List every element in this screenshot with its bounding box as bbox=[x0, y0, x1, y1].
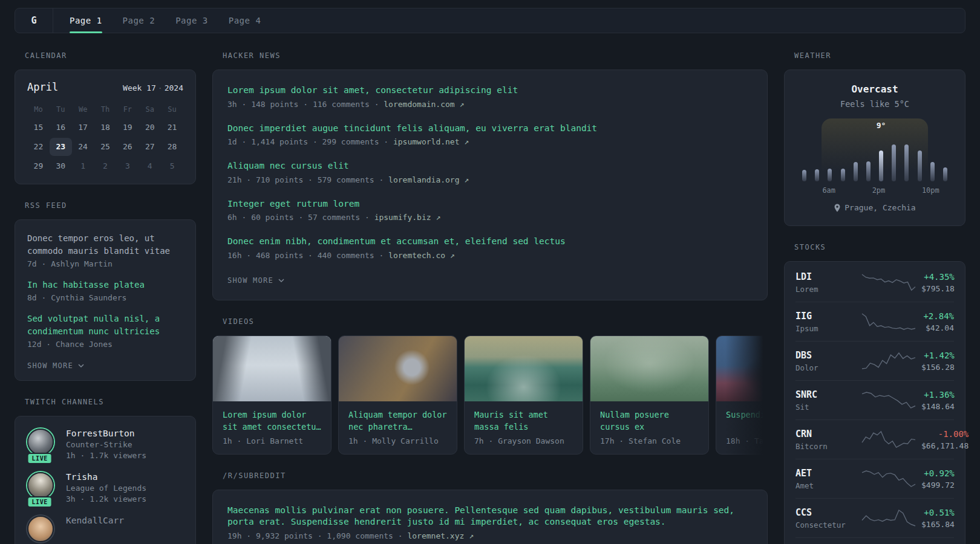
hn-item-title[interactable]: Integer eget rutrum lorem bbox=[227, 198, 753, 210]
video-thumbnail[interactable] bbox=[465, 336, 583, 401]
video-meta: 1h · Molly Carrillo bbox=[348, 436, 447, 445]
hn-item-domain-link[interactable]: loremlandia.org ↗ bbox=[388, 175, 469, 184]
calendar-year: 2024 bbox=[165, 83, 183, 92]
video-thumbnail[interactable] bbox=[590, 336, 708, 401]
twitch-channel-row[interactable]: KendallCarr bbox=[27, 516, 183, 542]
video-title[interactable]: Suspendisse diam bbox=[726, 409, 768, 433]
tab-page-3[interactable]: Page 3 bbox=[175, 8, 208, 33]
external-link-icon: ↗ bbox=[464, 175, 469, 184]
videos-section: VIDEOS Lorem ipsum dolor sit amet consec… bbox=[212, 317, 768, 455]
rss-show-more-button[interactable]: SHOW MORE bbox=[27, 361, 85, 370]
stock-change: +4.35% bbox=[921, 272, 955, 282]
calendar-day: 1 bbox=[72, 157, 94, 175]
videos-row: Lorem ipsum dolor sit amet consectetu… 1… bbox=[212, 335, 768, 455]
calendar-day: 26 bbox=[116, 138, 139, 156]
external-link-icon: ↗ bbox=[436, 213, 440, 222]
reddit-post-title[interactable]: Maecenas mollis pulvinar erat non posuer… bbox=[227, 505, 753, 528]
video-title[interactable]: Mauris sit amet massa felis bbox=[474, 409, 573, 433]
weekday-label: Sa bbox=[139, 102, 161, 117]
channel-name[interactable]: KendallCarr bbox=[66, 516, 124, 525]
weekday-label: Tu bbox=[50, 102, 72, 117]
hn-item-domain-link[interactable]: ipsumworld.net ↗ bbox=[393, 137, 469, 146]
sparkline-chart bbox=[861, 429, 916, 450]
hn-item-domain-link[interactable]: ipsumify.biz ↗ bbox=[374, 213, 441, 222]
hn-item-domain-link[interactable]: loremdomain.com ↗ bbox=[384, 100, 464, 109]
twitch-channel-row[interactable]: LIVE ForrestBurton Counter-Strike 1h · 1… bbox=[27, 429, 183, 460]
video-card[interactable]: Nullam posuere cursus ex 17h · Stefan Co… bbox=[590, 335, 709, 455]
rss-item: Sed volutpat nulla nisl, a condimentum n… bbox=[27, 312, 183, 349]
stock-row: CRNBitcorn -1.00%$66,171.48 bbox=[795, 419, 954, 459]
tab-page-1[interactable]: Page 1 bbox=[70, 8, 102, 33]
hackernews-section: HACKER NEWS Lorem ipsum dolor sit amet, … bbox=[212, 51, 768, 300]
rss-item-title[interactable]: Donec tempor eros leo, ut commodo mauris… bbox=[27, 232, 183, 257]
video-meta: 18h · Tara bbox=[726, 436, 768, 445]
channel-name[interactable]: ForrestBurton bbox=[66, 429, 146, 438]
hn-meta-text: 6h · 60 points · 57 comments · bbox=[227, 213, 374, 222]
reddit-post: Maecenas mollis pulvinar erat non posuer… bbox=[227, 505, 753, 540]
stock-change: +1.36% bbox=[921, 390, 955, 400]
weather-hourly-chart: 9° bbox=[798, 118, 952, 181]
rss-item-title[interactable]: In hac habitasse platea bbox=[27, 279, 183, 291]
video-title[interactable]: Lorem ipsum dolor sit amet consectetu… bbox=[223, 409, 321, 433]
reddit-domain-link[interactable]: loremnet.xyz ↗ bbox=[407, 531, 474, 540]
stock-price: $795.18 bbox=[921, 284, 955, 293]
calendar-day: 29 bbox=[27, 157, 50, 175]
video-card[interactable]: Aliquam tempor dolor nec pharetra… 1h · … bbox=[338, 335, 457, 455]
stock-name: Ipsum bbox=[795, 324, 856, 333]
rss-item-title[interactable]: Sed volutpat nulla nisl, a condimentum n… bbox=[27, 312, 183, 338]
sparkline-chart bbox=[861, 311, 916, 332]
channel-viewers: 1h · 1.7k viewers bbox=[66, 451, 146, 460]
sparkline-chart bbox=[861, 390, 916, 410]
show-more-label: SHOW MORE bbox=[27, 361, 73, 370]
subreddit-header: /R/SUBREDDIT bbox=[223, 471, 768, 480]
video-card[interactable]: Suspendisse diam 18h · Tara bbox=[716, 335, 768, 455]
temperature-bars bbox=[798, 144, 952, 181]
subreddit-section: /R/SUBREDDIT Maecenas mollis pulvinar er… bbox=[212, 471, 768, 544]
rss-item-meta: 12d · Chance Jones bbox=[27, 340, 183, 349]
stock-ticker: AET bbox=[795, 468, 856, 479]
hn-item-title[interactable]: Donec enim nibh, condimentum et accumsan… bbox=[227, 236, 753, 248]
sparkline-chart bbox=[861, 508, 916, 528]
hn-item-title[interactable]: Donec imperdiet augue tincidunt felis al… bbox=[227, 123, 753, 135]
video-thumbnail[interactable] bbox=[716, 336, 768, 401]
weather-card: Overcast Feels like 5°C 9° 6am2pm10pm Pr… bbox=[784, 70, 965, 226]
reddit-meta-text: 19h · 9,932 points · 1,090 comments · bbox=[227, 531, 407, 540]
video-thumbnail[interactable] bbox=[339, 336, 457, 401]
weather-header: WEATHER bbox=[794, 51, 965, 60]
video-title[interactable]: Aliquam tempor dolor nec pharetra… bbox=[348, 409, 447, 433]
stock-row: SNRCSit +1.36%$148.64 bbox=[795, 380, 954, 419]
location-text: Prague, Czechia bbox=[844, 203, 915, 212]
twitch-channel-row[interactable]: LIVE Trisha League of Legends 3h · 1.2k … bbox=[27, 472, 183, 504]
video-card[interactable]: Mauris sit amet massa felis 7h · Grayson… bbox=[464, 335, 583, 455]
hn-item: Integer eget rutrum lorem 6h · 60 points… bbox=[227, 198, 753, 222]
channel-name[interactable]: Trisha bbox=[66, 472, 146, 482]
calendar-day: 16 bbox=[50, 118, 72, 137]
stock-change: +0.51% bbox=[921, 508, 955, 517]
hn-show-more-button[interactable]: SHOW MORE bbox=[227, 276, 285, 285]
calendar-day: 28 bbox=[161, 138, 183, 156]
avatar[interactable] bbox=[27, 516, 54, 542]
avatar[interactable] bbox=[27, 472, 54, 499]
hn-item-title[interactable]: Aliquam nec cursus elit bbox=[227, 160, 753, 172]
avatar[interactable] bbox=[27, 429, 54, 455]
video-thumbnail[interactable] bbox=[213, 336, 331, 401]
stock-ticker: LDI bbox=[795, 271, 856, 282]
stock-row: LDILorem +4.35%$795.18 bbox=[795, 263, 954, 302]
video-title[interactable]: Nullam posuere cursus ex bbox=[600, 409, 699, 433]
stock-name: Consectetur bbox=[795, 520, 856, 529]
external-link-icon: ↗ bbox=[464, 137, 469, 146]
weekday-label: Th bbox=[94, 102, 117, 117]
sparkline-chart bbox=[861, 468, 916, 489]
tab-page-2[interactable]: Page 2 bbox=[123, 8, 155, 33]
hn-item-title[interactable]: Lorem ipsum dolor sit amet, consectetur … bbox=[227, 85, 753, 97]
app-logo[interactable]: G bbox=[15, 8, 53, 33]
live-badge: LIVE bbox=[27, 453, 53, 464]
tab-page-4[interactable]: Page 4 bbox=[229, 8, 261, 33]
hn-meta-text: 16h · 468 points · 440 comments · bbox=[227, 251, 388, 260]
weather-section: WEATHER Overcast Feels like 5°C 9° 6am2p… bbox=[784, 51, 965, 226]
hn-item-domain-link[interactable]: loremtech.co ↗ bbox=[388, 251, 455, 260]
stock-price: $499.72 bbox=[921, 481, 955, 490]
video-card[interactable]: Lorem ipsum dolor sit amet consectetu… 1… bbox=[212, 335, 332, 455]
video-meta: 17h · Stefan Cole bbox=[600, 436, 699, 445]
sparkline-chart bbox=[861, 351, 916, 371]
